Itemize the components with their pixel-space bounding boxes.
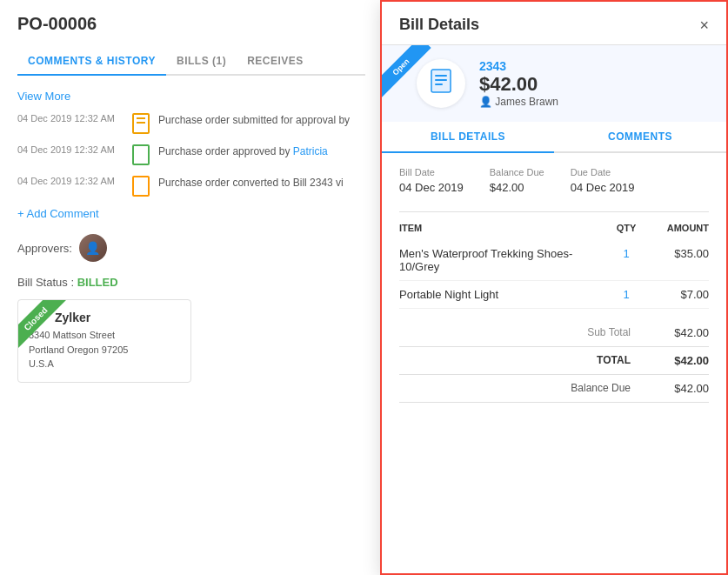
approver-avatar: 👤 <box>79 234 107 262</box>
history-time-2: 04 Dec 2019 12:32 AM <box>17 144 130 155</box>
tab-bill-comments[interactable]: COMMENTS <box>554 122 726 151</box>
bill-details-panel: Bill Details × Open 2343 $42.00 👤 James … <box>380 0 728 575</box>
bill-date-label: Bill Date <box>399 167 464 177</box>
bill-number: 2343 <box>479 59 709 73</box>
bill-content: Bill Date 04 Dec 2019 Balance Due $42.00… <box>382 153 726 573</box>
due-date-label: Due Date <box>571 167 635 177</box>
subtotal-value: $42.00 <box>648 326 709 339</box>
bill-date-value: 04 Dec 2019 <box>399 181 464 194</box>
balance-due-row: Balance Due $42.00 <box>399 375 709 403</box>
bill-detail-tabs: BILL DETAILS COMMENTS <box>382 122 726 153</box>
history-icon-1 <box>130 113 151 134</box>
bill-summary-info: 2343 $42.00 👤 James Brawn <box>479 59 709 108</box>
due-date-value: 04 Dec 2019 <box>571 181 635 194</box>
bill-item-row-1: Men's Waterproof Trekking Shoes- 10/Grey… <box>399 240 709 281</box>
items-header-qty: QTY <box>604 223 648 233</box>
history-time-1: 04 Dec 2019 12:32 AM <box>17 113 130 124</box>
history-item-3: 04 Dec 2019 12:32 AM Purchase order conv… <box>17 176 365 197</box>
add-comment-button[interactable]: + Add Comment <box>17 207 365 220</box>
subtotal-row: Sub Total $42.00 <box>399 319 709 347</box>
balance-due-label: Balance Due <box>490 167 544 177</box>
history-icon-3 <box>130 176 151 197</box>
bill-summary: Open 2343 $42.00 👤 James Brawn <box>382 45 726 122</box>
history-item: 04 Dec 2019 12:32 AM Purchase order subm… <box>17 113 365 134</box>
vendor-card: Closed Zylker 3340 Mattson Street Portla… <box>17 299 191 383</box>
closed-ribbon: Closed <box>18 300 79 361</box>
tab-bills[interactable]: BILLS (1) <box>166 48 237 74</box>
bill-totals: Sub Total $42.00 TOTAL $42.00 Balance Du… <box>399 319 709 403</box>
item-qty-1: 1 <box>604 247 648 273</box>
closed-ribbon-label: Closed <box>18 300 66 350</box>
bill-status: Bill Status : BILLED <box>17 276 365 289</box>
history-text-3: Purchase order converted to Bill 2343 vi <box>158 176 365 191</box>
tab-bill-details[interactable]: BILL DETAILS <box>382 122 554 153</box>
history-text-1: Purchase order submitted for approval by <box>158 113 365 128</box>
bill-details-title: Bill Details <box>399 16 479 34</box>
total-value: $42.00 <box>648 354 709 367</box>
left-panel: PO-00006 COMMENTS & HISTORY BILLS (1) RE… <box>0 0 383 575</box>
po-title: PO-00006 <box>17 14 365 34</box>
bill-item-row-2: Portable Night Light 1 $7.00 <box>399 281 709 309</box>
bill-vendor-name: James Brawn <box>495 96 558 108</box>
balance-due-col: Balance Due $42.00 <box>490 167 544 194</box>
history-icon-2 <box>130 144 151 165</box>
item-amt-1: $35.00 <box>648 247 709 273</box>
tab-bar: COMMENTS & HISTORY BILLS (1) RECEIVES <box>17 48 365 76</box>
subtotal-label: Sub Total <box>587 326 631 339</box>
bill-status-value: BILLED <box>77 276 118 289</box>
bill-vendor: 👤 James Brawn <box>479 96 709 108</box>
close-button[interactable]: × <box>699 17 709 33</box>
history-item-2: 04 Dec 2019 12:32 AM Purchase order appr… <box>17 144 365 165</box>
approvers-row: Approvers: 👤 <box>17 234 365 262</box>
total-row: TOTAL $42.00 <box>399 347 709 375</box>
approvers-label: Approvers: <box>17 242 72 255</box>
balance-value: $42.00 <box>648 382 709 395</box>
bill-date-col: Bill Date 04 Dec 2019 <box>399 167 464 194</box>
history-text-2: Purchase order approved by Patricia <box>158 144 365 159</box>
item-qty-2: 1 <box>604 288 648 301</box>
total-label: TOTAL <box>597 354 631 367</box>
open-ribbon: Open <box>382 45 443 106</box>
bill-dates-row: Bill Date 04 Dec 2019 Balance Due $42.00… <box>399 167 709 194</box>
bill-amount: $42.00 <box>479 73 709 96</box>
balance-label: Balance Due <box>571 382 631 395</box>
balance-due-value: $42.00 <box>490 181 544 194</box>
item-name-2: Portable Night Light <box>399 288 604 301</box>
bill-items-header: ITEM QTY AMOUNT <box>399 211 709 233</box>
items-header-item: ITEM <box>399 223 604 233</box>
items-header-amount: AMOUNT <box>648 223 709 233</box>
item-name-1: Men's Waterproof Trekking Shoes- 10/Grey <box>399 247 604 273</box>
item-amt-2: $7.00 <box>648 288 709 301</box>
tab-comments-history[interactable]: COMMENTS & HISTORY <box>17 48 166 76</box>
tab-receives[interactable]: RECEIVES <box>237 48 314 74</box>
view-more-link[interactable]: View More <box>17 90 365 103</box>
bill-details-header: Bill Details × <box>382 2 726 45</box>
open-ribbon-label: Open <box>382 45 431 97</box>
history-time-3: 04 Dec 2019 12:32 AM <box>17 176 130 186</box>
due-date-col: Due Date 04 Dec 2019 <box>571 167 635 194</box>
